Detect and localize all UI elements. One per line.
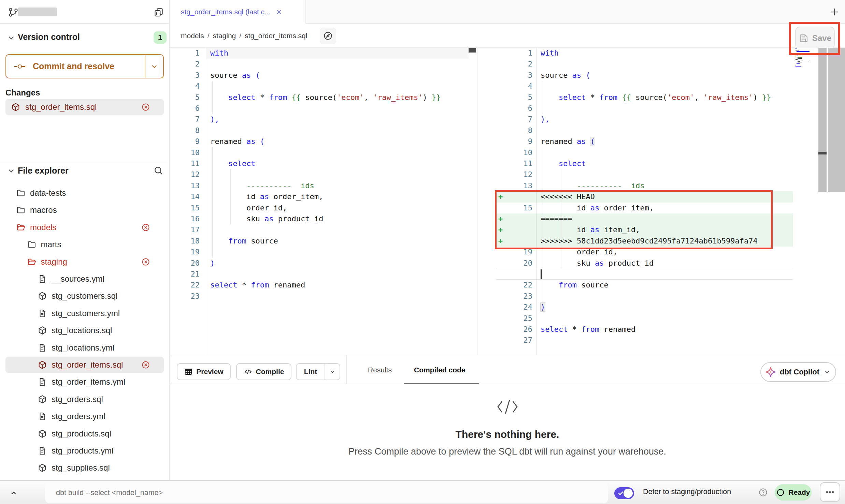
tab-compiled-code[interactable]: Compiled code bbox=[414, 355, 466, 384]
breadcrumb-staging[interactable]: staging bbox=[213, 32, 236, 40]
line-number: 6 bbox=[505, 103, 532, 114]
line-number: 23 bbox=[170, 291, 200, 302]
compile-button[interactable]: Compile bbox=[236, 363, 291, 380]
save-button[interactable]: Save bbox=[795, 27, 835, 49]
file-name: stg_order_items.sql bbox=[52, 360, 123, 370]
command-input[interactable] bbox=[45, 482, 608, 503]
lineage-compass-icon[interactable] bbox=[320, 28, 336, 44]
document-icon bbox=[38, 274, 47, 284]
discard-file-icon[interactable] bbox=[141, 257, 150, 266]
tab-stg-order-items[interactable]: stg_order_items.sql (last c... bbox=[170, 0, 306, 24]
file-row-data-tests[interactable]: data-tests bbox=[5, 185, 164, 201]
code-line: ) bbox=[541, 302, 545, 313]
file-explorer-chevron-icon[interactable] bbox=[7, 166, 16, 175]
line-number: 1 bbox=[505, 48, 532, 59]
defer-label: Defer to staging/production bbox=[643, 488, 731, 496]
model-cube-icon bbox=[38, 463, 47, 473]
file-row-stg-customers-yml[interactable]: stg_customers.yml bbox=[5, 305, 164, 322]
lint-button[interactable]: Lint bbox=[296, 363, 340, 380]
defer-toggle[interactable] bbox=[614, 487, 634, 499]
minimap-slider[interactable] bbox=[818, 48, 827, 192]
version-control-badge: 1 bbox=[154, 31, 167, 44]
document-icon bbox=[38, 343, 47, 353]
left-scrollbar-thumb[interactable] bbox=[469, 48, 476, 53]
file-name: stg_customers.sql bbox=[52, 291, 117, 301]
file-row--sources-yml[interactable]: __sources.yml bbox=[5, 271, 164, 287]
line-number: 6 bbox=[170, 103, 200, 114]
file-row-stg-locations-sql[interactable]: stg_locations.sql bbox=[5, 322, 164, 339]
new-tab-plus-icon[interactable] bbox=[827, 4, 842, 20]
document-icon bbox=[38, 412, 47, 421]
file-row-stg-orders-sql[interactable]: stg_orders.sql bbox=[5, 391, 164, 407]
commit-and-resolve-button[interactable]: Commit and resolve bbox=[5, 54, 164, 78]
changes-file-row[interactable]: stg_order_items.sql bbox=[5, 99, 164, 115]
line-number: 15 bbox=[170, 203, 200, 213]
file-name: stg_customers.yml bbox=[52, 309, 120, 318]
file-row-stg-order-items-sql[interactable]: stg_order_items.sql bbox=[5, 357, 164, 373]
tab-results[interactable]: Results bbox=[368, 355, 392, 384]
help-icon[interactable] bbox=[758, 488, 768, 497]
minimap-slider-thumb[interactable] bbox=[818, 152, 827, 154]
code-line: order_id, bbox=[541, 247, 617, 257]
branch-name-placeholder bbox=[18, 8, 57, 16]
line-number: 19 bbox=[505, 247, 532, 257]
line-number: 14 bbox=[170, 191, 200, 202]
code-line: id as order_item, bbox=[541, 203, 654, 213]
code-line: select * from {{ source('ecom', 'raw_ite… bbox=[210, 92, 441, 103]
dbt-copilot-button[interactable]: dbt Copilot bbox=[760, 362, 836, 382]
code-line: ---------- ids bbox=[210, 180, 314, 191]
code-line: renamed as ( bbox=[210, 136, 264, 147]
code-editor-split[interactable]: 1with23source as (45 select * from {{ so… bbox=[170, 48, 845, 355]
line-number: 4 bbox=[505, 81, 532, 92]
model-cube-icon bbox=[38, 360, 47, 370]
line-number: 3 bbox=[505, 70, 532, 81]
discard-file-icon[interactable] bbox=[141, 223, 150, 232]
line-number: 12 bbox=[170, 169, 200, 180]
file-row-stg-order-items-yml[interactable]: stg_order_items.yml bbox=[5, 374, 164, 390]
version-control-chevron-icon[interactable] bbox=[7, 33, 16, 42]
line-number: 18 bbox=[170, 236, 200, 247]
preview-button[interactable]: Preview bbox=[177, 363, 231, 380]
breadcrumb-file[interactable]: stg_order_items.sql bbox=[245, 32, 307, 40]
file-row-stg-locations-yml[interactable]: stg_locations.yml bbox=[5, 340, 164, 356]
code-line: sku as product_id bbox=[541, 258, 654, 269]
file-row-stg-products-yml[interactable]: stg_products.yml bbox=[5, 443, 164, 459]
copy-icon[interactable] bbox=[154, 7, 164, 17]
breadcrumb-models[interactable]: models bbox=[181, 32, 204, 40]
file-row-marts[interactable]: marts bbox=[5, 236, 164, 253]
document-icon bbox=[38, 309, 47, 318]
file-row-staging[interactable]: staging bbox=[5, 254, 164, 270]
bottom-toolbar: Preview Compile Lint Results Compiled co… bbox=[170, 355, 845, 384]
save-label: Save bbox=[812, 33, 831, 43]
more-options-button[interactable] bbox=[820, 482, 840, 502]
git-branch-icon[interactable] bbox=[8, 7, 19, 18]
code-line: select bbox=[541, 158, 586, 169]
folder-icon bbox=[16, 205, 26, 215]
file-row-stg-orders-yml[interactable]: stg_orders.yml bbox=[5, 408, 164, 425]
lint-label: Lint bbox=[304, 368, 317, 376]
code-line: renamed as ( bbox=[541, 136, 595, 147]
minimap-line bbox=[797, 51, 810, 52]
commit-dropdown-chevron-icon[interactable] bbox=[145, 55, 163, 78]
model-cube-icon bbox=[38, 326, 47, 335]
file-name: __sources.yml bbox=[52, 274, 104, 284]
window-scrollbar[interactable] bbox=[828, 48, 845, 192]
code-line: select * from renamed bbox=[541, 324, 635, 335]
search-icon[interactable] bbox=[153, 165, 164, 176]
file-row-stg-customers-sql[interactable]: stg_customers.sql bbox=[5, 288, 164, 304]
file-row-models[interactable]: models bbox=[5, 219, 164, 236]
discard-file-icon[interactable] bbox=[141, 360, 150, 369]
file-row-stg-supplies-sql[interactable]: stg_supplies.sql bbox=[5, 460, 164, 476]
document-icon bbox=[38, 446, 47, 456]
tab-close-icon[interactable] bbox=[275, 8, 283, 16]
discard-change-icon[interactable] bbox=[141, 103, 150, 112]
code-line: id as item_id, bbox=[541, 224, 640, 235]
line-number: 24 bbox=[505, 302, 532, 313]
file-row-stg-products-sql[interactable]: stg_products.sql bbox=[5, 426, 164, 442]
line-number: 20 bbox=[505, 258, 532, 269]
diff-plus-marker: + bbox=[498, 213, 503, 224]
file-name: stg_locations.sql bbox=[52, 326, 112, 335]
lint-dropdown-chevron-icon[interactable] bbox=[325, 364, 340, 380]
chevron-up-icon[interactable] bbox=[9, 488, 18, 498]
file-row-macros[interactable]: macros bbox=[5, 202, 164, 218]
